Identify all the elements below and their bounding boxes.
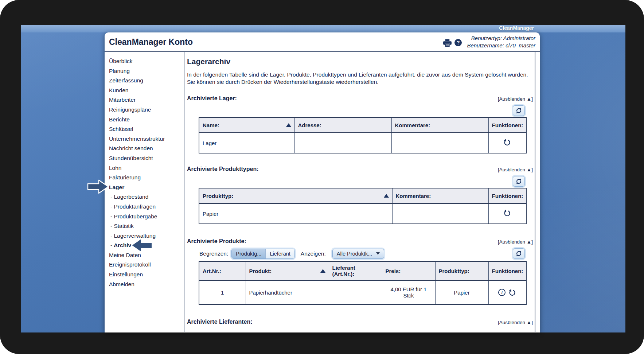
column-header-adresse[interactable]: Adresse: bbox=[294, 117, 391, 133]
produktkategorie-dropdown[interactable]: Alle Produktk... bbox=[332, 249, 385, 259]
column-header-lieferant[interactable]: Lieferant (Art.Nr.): bbox=[329, 261, 382, 280]
column-header-kommentare[interactable]: Kommentare: bbox=[392, 188, 488, 203]
print-icon[interactable] bbox=[443, 39, 452, 47]
refresh-icon bbox=[516, 250, 522, 257]
monitor-frame: CleanManager CleanManager Konto bbox=[0, 0, 644, 354]
column-header-artnr[interactable]: Art.Nr.: bbox=[199, 261, 246, 280]
sidebar-item-mitarbeiter[interactable]: Mitarbeiter bbox=[109, 95, 184, 105]
restore-button[interactable] bbox=[503, 139, 511, 146]
begrenzen-segmented-control: Produktg... Lieferant bbox=[231, 249, 295, 259]
column-header-produkt[interactable]: Produkt: bbox=[246, 261, 329, 280]
sidebar-item-lohn[interactable]: Lohn bbox=[109, 163, 184, 173]
table-header-row: Produkttyp: Kommentare: Funktionen: bbox=[199, 188, 526, 203]
hide-toggle-produkttypen[interactable]: [Ausblenden ▲] bbox=[498, 167, 533, 172]
intro-line-1: In der folgenden Tabelle sind die Lager,… bbox=[187, 71, 533, 78]
table-header-row: Name: Adresse: Kommentare: Funktionen: bbox=[199, 117, 526, 133]
cell-lieferant bbox=[329, 280, 382, 304]
sidebar-item-stundenuebersicht[interactable]: Stundenübersicht bbox=[109, 153, 184, 163]
refresh-icon bbox=[516, 178, 522, 184]
sidebar-item-schluessel[interactable]: Schlüssel bbox=[109, 124, 184, 134]
filter-produktgruppe-button[interactable]: Produktg... bbox=[232, 249, 265, 258]
column-header-produkttyp[interactable]: Produkttyp: bbox=[435, 261, 488, 280]
sort-asc-icon bbox=[320, 269, 325, 273]
filter-lieferant-button[interactable]: Lieferant bbox=[265, 249, 294, 258]
restore-icon bbox=[508, 289, 516, 296]
cell-produkt: Papierhandtücher bbox=[246, 280, 329, 304]
sidebar-item-lagerbestand[interactable]: - Lagerbestand bbox=[109, 192, 184, 202]
section-head-produkttypen: Archivierte Produkttypen: [Ausblenden ▲] bbox=[187, 166, 533, 172]
sort-asc-icon bbox=[384, 194, 389, 198]
screenshot-root: { "titlebar": { "app_name": "CleanManage… bbox=[0, 0, 644, 354]
hide-toggle-produkte[interactable]: [Ausblenden ▲] bbox=[498, 239, 533, 245]
section-heading-archivierte-lager: Archivierte Lager: bbox=[187, 95, 237, 102]
refresh-row-produkttypen bbox=[187, 176, 525, 187]
sidebar-item-ereignisprotokoll[interactable]: Ereignisprotokoll bbox=[109, 260, 184, 270]
cell-adresse bbox=[294, 133, 391, 153]
column-header-kommentare[interactable]: Kommentare: bbox=[391, 117, 488, 133]
window-body: Überblick Planung Zeiterfassung Kunden M… bbox=[105, 52, 540, 332]
sidebar-item-produktuebergabe[interactable]: - Produktübergabe bbox=[109, 212, 184, 222]
section-heading-archivierte-produkte: Archivierte Produkte: bbox=[187, 238, 246, 245]
desktop-background: CleanManager CleanManager Konto bbox=[21, 25, 625, 332]
intro-line-2: Sie können sie durch Drücken der Wiederh… bbox=[187, 78, 533, 86]
hide-toggle-lieferanten[interactable]: [Ausblenden ▲] bbox=[498, 320, 533, 325]
help-icon[interactable]: ? bbox=[454, 39, 462, 46]
window-header: CleanManager Konto ? bbox=[105, 32, 540, 52]
sidebar-item-unternehmensstruktur[interactable]: Unternehmensstruktur bbox=[109, 134, 184, 144]
caret-down-icon bbox=[376, 252, 380, 255]
app-window: CleanManager Konto ? bbox=[105, 32, 540, 332]
hide-toggle-lager[interactable]: [Ausblenden ▲] bbox=[498, 96, 533, 102]
sidebar-item-ueberblick[interactable]: Überblick bbox=[109, 57, 184, 66]
sidebar-item-nachricht-senden[interactable]: Nachricht senden bbox=[109, 144, 184, 153]
os-window-title: CleanManager bbox=[499, 25, 534, 31]
cell-produkttyp: Papier bbox=[199, 203, 392, 224]
user-type-text: Benutzertyp: Administrator bbox=[471, 35, 535, 41]
restore-button[interactable] bbox=[508, 289, 516, 296]
sidebar-item-fakturierung[interactable]: Fakturierung bbox=[109, 173, 184, 183]
column-header-produkttyp[interactable]: Produkttyp: bbox=[199, 188, 392, 203]
sidebar-item-planung[interactable]: Planung bbox=[109, 66, 184, 76]
user-name-text: Benutzername: cl70_master bbox=[467, 42, 535, 48]
table-row: 1 Papierhandtücher 4,00 EUR für 1 Stck P… bbox=[199, 280, 526, 304]
refresh-button-produkte[interactable] bbox=[513, 248, 525, 259]
sidebar-item-berichte[interactable]: Berichte bbox=[109, 115, 184, 125]
cell-funktionen: i bbox=[488, 280, 526, 304]
sidebar-item-abmelden[interactable]: Abmelden bbox=[109, 280, 184, 289]
refresh-button-lager[interactable] bbox=[513, 105, 525, 116]
begrenzen-label: Begrenzen: bbox=[199, 250, 228, 257]
cell-funktionen bbox=[488, 133, 526, 153]
section-head-lager: Archivierte Lager: [Ausblenden ▲] bbox=[187, 95, 533, 102]
window-title: CleanManager Konto bbox=[109, 37, 193, 47]
sidebar-item-kunden[interactable]: Kunden bbox=[109, 86, 184, 96]
column-header-preis[interactable]: Preis: bbox=[382, 261, 435, 280]
cell-artnr: 1 bbox=[199, 280, 246, 304]
cell-funktionen bbox=[488, 203, 526, 224]
restore-icon bbox=[503, 139, 511, 146]
table-header-row: Art.Nr.: Produkt: Lieferant (Art.Nr.): P… bbox=[199, 261, 526, 280]
restore-button[interactable] bbox=[503, 209, 511, 217]
sort-asc-icon bbox=[286, 123, 291, 127]
cell-kommentare bbox=[392, 203, 488, 224]
table-archivierte-produkttypen: Produkttyp: Kommentare: Funktionen: Papi… bbox=[199, 188, 527, 224]
section-heading-archivierte-produkttypen: Archivierte Produkttypen: bbox=[187, 166, 258, 172]
page-title: Lagerarchiv bbox=[187, 57, 533, 66]
sidebar-item-produktanfragen[interactable]: - Produktanfragen bbox=[109, 202, 184, 212]
table-archivierte-produkte: Art.Nr.: Produkt: Lieferant (Art.Nr.): P… bbox=[199, 261, 527, 305]
column-header-produkt-label: Produkt: bbox=[249, 268, 272, 274]
dropdown-value: Alle Produktk... bbox=[337, 251, 372, 257]
anzeigen-label: Anzeigen: bbox=[301, 250, 326, 257]
sidebar-item-einstellungen[interactable]: Einstellungen bbox=[109, 270, 184, 280]
info-button[interactable]: i bbox=[498, 289, 506, 296]
sidebar-item-statistik[interactable]: - Statistik bbox=[109, 221, 184, 231]
cell-kommentare bbox=[391, 133, 488, 153]
sidebar-item-reinigungsplaene[interactable]: Reinigungspläne bbox=[109, 105, 184, 115]
column-header-funktionen: Funktionen: bbox=[488, 188, 526, 203]
column-header-name-label: Name: bbox=[203, 122, 219, 128]
refresh-button-produkttypen[interactable] bbox=[513, 176, 525, 187]
sidebar-item-lager[interactable]: Lager bbox=[109, 183, 184, 192]
cell-preis: 4,00 EUR für 1 Stck bbox=[382, 280, 435, 304]
column-header-name[interactable]: Name: bbox=[199, 117, 294, 133]
annotation-arrow-archiv bbox=[130, 238, 153, 253]
column-header-funktionen: Funktionen: bbox=[488, 261, 526, 280]
sidebar-item-zeiterfassung[interactable]: Zeiterfassung bbox=[109, 76, 184, 86]
